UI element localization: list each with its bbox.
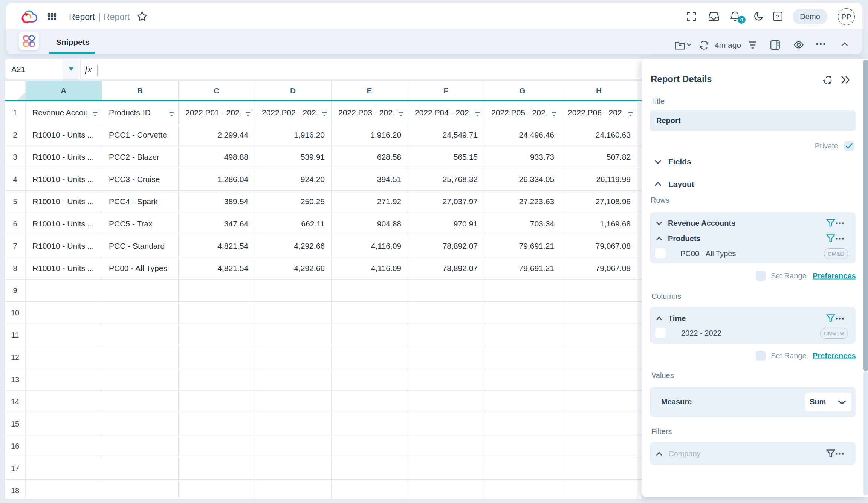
svg-text:?: ? bbox=[776, 13, 779, 20]
